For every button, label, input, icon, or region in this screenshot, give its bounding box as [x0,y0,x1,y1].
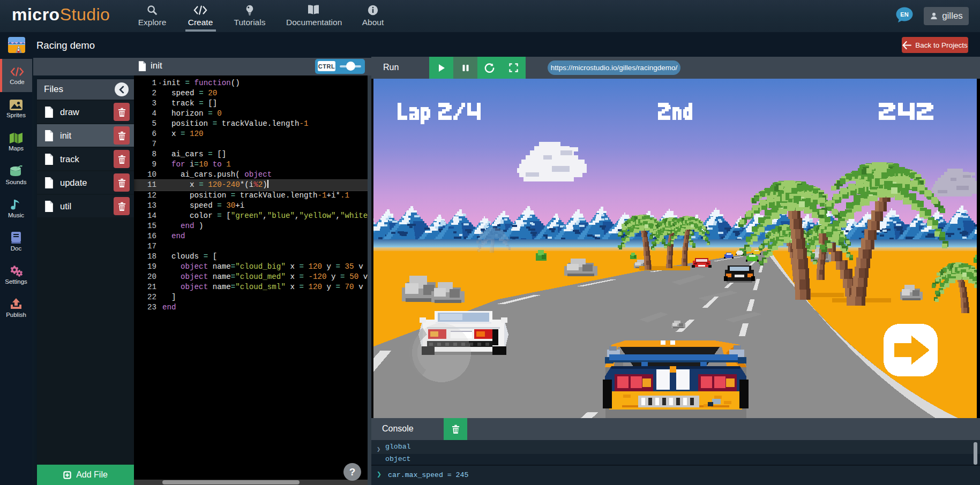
svg-text:EN: EN [900,11,908,18]
